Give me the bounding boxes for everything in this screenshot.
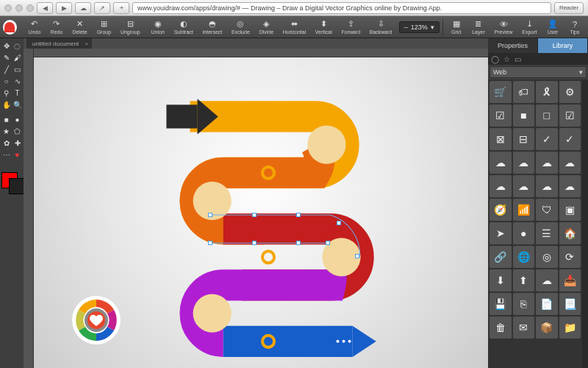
page-icon[interactable]: 📃 bbox=[559, 293, 581, 315]
inbox-icon[interactable]: 📥 bbox=[559, 269, 581, 291]
document-icon[interactable]: 📄 bbox=[536, 293, 558, 315]
vertical-button[interactable]: ⬍Vertical bbox=[311, 18, 336, 36]
save-icon[interactable]: 💾 bbox=[490, 293, 512, 315]
double-check-icon[interactable]: ✓ bbox=[559, 128, 581, 150]
library-scrollbar[interactable] bbox=[582, 79, 588, 368]
delete-button[interactable]: ✕Delete bbox=[68, 18, 91, 36]
download-icon[interactable]: ⬇ bbox=[490, 269, 512, 291]
cloud-x-icon[interactable]: ☁ bbox=[559, 175, 581, 197]
curve-tool[interactable]: ∿ bbox=[12, 77, 22, 86]
cursor-icon[interactable]: ➤ bbox=[490, 222, 512, 244]
file-icon[interactable]: 📁 bbox=[559, 316, 581, 339]
circle-icon[interactable]: ● bbox=[513, 222, 535, 244]
shape-polygon[interactable]: ⬠ bbox=[12, 127, 22, 136]
cloud-button[interactable]: ☁ bbox=[75, 2, 91, 14]
user-button[interactable]: 👤User bbox=[542, 18, 563, 36]
selection-handle[interactable] bbox=[208, 213, 212, 217]
brush-tool[interactable]: 🖌 bbox=[12, 53, 22, 63]
minus-box-icon[interactable]: ⊟ bbox=[513, 128, 535, 150]
group-button[interactable]: ⊞Group bbox=[93, 18, 115, 36]
checkbox-checked-icon[interactable]: ☑ bbox=[490, 105, 512, 127]
hand-tool[interactable]: ✋ bbox=[1, 100, 11, 110]
refresh-icon[interactable]: ⟳ bbox=[559, 246, 581, 268]
cloud-minus-icon[interactable]: ☁ bbox=[513, 175, 535, 197]
selection-handle[interactable] bbox=[296, 213, 301, 217]
close-box-icon[interactable]: ⊠ bbox=[490, 128, 512, 150]
menu-icon[interactable]: ☰ bbox=[536, 222, 558, 244]
color-wheel-widget[interactable] bbox=[71, 294, 122, 346]
js-icon[interactable]: ▣ bbox=[559, 199, 581, 221]
share-button[interactable]: ↗ bbox=[94, 2, 110, 14]
window-controls[interactable] bbox=[4, 4, 34, 12]
tab-properties[interactable]: Properties bbox=[488, 38, 538, 53]
intersect-button[interactable]: ◓Intersect bbox=[198, 18, 226, 36]
cart-icon[interactable]: 🛒 bbox=[490, 81, 512, 103]
checkbox-outline-icon[interactable]: ☑ bbox=[559, 105, 581, 127]
zoom-tool[interactable]: 🔍 bbox=[12, 100, 22, 110]
cloud-sync-icon[interactable]: ☁ bbox=[536, 152, 558, 174]
document-tab[interactable]: untitled document bbox=[26, 38, 92, 49]
grid-button[interactable]: ▦Grid bbox=[446, 18, 467, 36]
selection-handle[interactable] bbox=[355, 254, 359, 258]
cloud-plus-icon[interactable]: ☁ bbox=[490, 175, 512, 197]
horizontal-button[interactable]: ⬌Horizontal bbox=[279, 18, 310, 36]
shape-star[interactable]: ★ bbox=[1, 127, 11, 136]
library-category-select[interactable]: Web▾ bbox=[490, 66, 587, 78]
preview-button[interactable]: 👁Preview bbox=[490, 18, 517, 36]
rect-tool[interactable]: ▭ bbox=[12, 65, 22, 74]
selection-handle[interactable] bbox=[296, 241, 301, 245]
selection-handle[interactable] bbox=[252, 241, 257, 245]
line-tool[interactable]: ╱ bbox=[1, 65, 11, 74]
stroke-swatch[interactable] bbox=[9, 178, 25, 194]
selection-handle[interactable] bbox=[208, 241, 212, 245]
cloud-icon[interactable]: ☁ bbox=[559, 152, 581, 174]
pen-tool[interactable]: ✎ bbox=[1, 53, 11, 63]
ungroup-button[interactable]: ⊟Ungroup bbox=[117, 18, 144, 36]
redo-button[interactable]: ↷Redo bbox=[46, 18, 67, 36]
target-icon[interactable]: ◎ bbox=[536, 246, 558, 268]
trash-icon[interactable]: 🗑 bbox=[490, 316, 512, 339]
tips-button[interactable]: ?Tips bbox=[564, 18, 585, 36]
reader-button[interactable]: Reader bbox=[554, 2, 584, 14]
move-tool[interactable]: ✥ bbox=[1, 41, 11, 51]
forward-button-z[interactable]: ⇪Forward bbox=[337, 18, 364, 36]
export-button[interactable]: ⤓Export bbox=[518, 18, 541, 36]
check-icon[interactable]: ✓ bbox=[536, 128, 558, 150]
canvas[interactable] bbox=[34, 57, 488, 368]
backward-button-z[interactable]: ⇩Backward bbox=[366, 18, 396, 36]
shape-heart[interactable]: ♥ bbox=[12, 150, 22, 160]
exclude-button[interactable]: ◎Exclude bbox=[228, 18, 254, 36]
selection-handle[interactable] bbox=[337, 221, 341, 225]
wifi-icon[interactable]: 📶 bbox=[513, 199, 535, 221]
ellipse-tool[interactable]: ○ bbox=[1, 77, 11, 86]
shape-square[interactable]: ■ bbox=[1, 115, 11, 124]
globe-icon[interactable]: 🌐 bbox=[513, 246, 535, 268]
mail-icon[interactable]: ✉ bbox=[513, 316, 535, 339]
tab-library[interactable]: Library bbox=[538, 38, 588, 53]
square-outline-icon[interactable]: □ bbox=[536, 105, 558, 127]
layer-button[interactable]: ≣Layer bbox=[468, 18, 490, 36]
cloud-down-icon[interactable]: ☁ bbox=[513, 152, 535, 174]
cloud-check-icon[interactable]: ☁ bbox=[536, 175, 558, 197]
shape-more[interactable]: ⋯ bbox=[1, 150, 11, 160]
lasso-tool[interactable]: ◌ bbox=[12, 41, 22, 51]
copy-icon[interactable]: ⎘ bbox=[513, 293, 535, 315]
shape-gear[interactable]: ✿ bbox=[1, 138, 11, 148]
compass-icon[interactable]: 🧭 bbox=[490, 199, 512, 221]
folder-icon[interactable]: ▭ bbox=[514, 55, 521, 63]
box-icon[interactable]: 📦 bbox=[536, 316, 558, 339]
upload-icon[interactable]: ⬆ bbox=[513, 269, 535, 291]
star-icon[interactable]: ☆ bbox=[503, 55, 510, 63]
selection-handle[interactable] bbox=[326, 241, 330, 245]
link-icon[interactable]: 🔗 bbox=[490, 246, 512, 268]
tag-icon[interactable]: 🏷 bbox=[513, 81, 535, 103]
home-icon[interactable]: 🏠 bbox=[559, 222, 581, 244]
divide-button[interactable]: ◈Divide bbox=[255, 18, 277, 36]
app-logo[interactable] bbox=[3, 20, 17, 35]
ribbon-icon[interactable]: 🎗 bbox=[536, 81, 558, 103]
gear-icon[interactable]: ⚙ bbox=[559, 81, 581, 103]
text-tool[interactable]: T bbox=[12, 88, 22, 98]
eyedropper-tool[interactable]: ⚲ bbox=[1, 88, 11, 98]
back-button[interactable]: ◀ bbox=[37, 2, 53, 14]
shape-circle[interactable]: ● bbox=[12, 115, 22, 124]
